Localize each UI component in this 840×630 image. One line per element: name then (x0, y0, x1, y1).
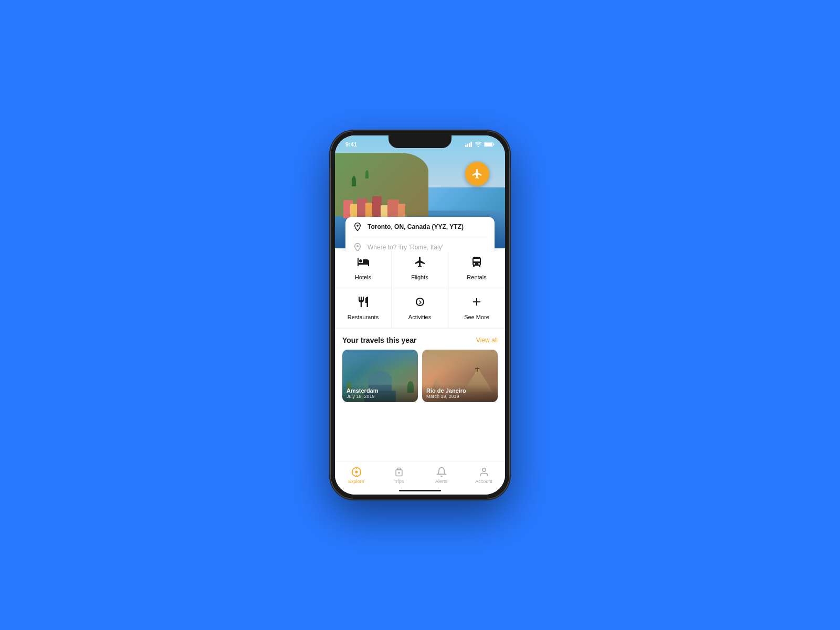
travels-section: Your travels this year View all (335, 329, 505, 402)
flights-icon (414, 256, 426, 271)
home-indicator (399, 490, 441, 491)
airplane-fab[interactable] (465, 162, 489, 186)
hotels-label: Hotels (355, 274, 371, 280)
category-rentals[interactable]: Rentals (448, 248, 505, 288)
nav-trips[interactable]: Trips (386, 467, 412, 484)
svg-rect-3 (471, 142, 472, 147)
location-to-placeholder: Where to? Try 'Rome, Italy' (368, 244, 443, 251)
account-icon (479, 467, 489, 477)
svg-rect-1 (467, 144, 469, 147)
airplane-icon (471, 168, 483, 180)
nav-explore[interactable]: Explore (343, 467, 370, 484)
rio-city: Rio de Janeiro (426, 387, 494, 394)
location-from-icon (353, 222, 362, 232)
restaurants-icon (357, 296, 370, 311)
category-activities[interactable]: Activities (392, 288, 448, 328)
travels-header: Your travels this year View all (342, 336, 498, 344)
svg-rect-0 (465, 145, 467, 147)
see-more-icon (470, 296, 483, 311)
svg-rect-2 (469, 143, 470, 147)
amsterdam-city: Amsterdam (346, 387, 414, 394)
flights-label: Flights (411, 274, 428, 280)
search-from-row[interactable]: Toronto, ON, Canada (YYZ, YTZ) (345, 217, 495, 237)
signal-icon (465, 142, 472, 147)
nav-alerts[interactable]: Alerts (428, 467, 455, 484)
travel-card-amsterdam[interactable]: Amsterdam July 18, 2019 (342, 350, 418, 402)
rentals-icon (470, 256, 483, 271)
alerts-icon (436, 467, 447, 477)
svg-point-7 (356, 225, 359, 227)
hero-section: Toronto, ON, Canada (YYZ, YTZ) Where to?… (335, 135, 505, 251)
rentals-label: Rentals (467, 274, 486, 280)
phone-shell: 9:41 (331, 131, 509, 499)
rio-date: March 19, 2019 (426, 394, 494, 399)
activities-label: Activities (408, 314, 431, 320)
nav-account[interactable]: Account (471, 467, 497, 484)
rio-card-overlay: Rio de Janeiro March 19, 2019 (422, 384, 498, 402)
svg-point-10 (355, 471, 358, 474)
svg-point-8 (356, 245, 359, 247)
search-to-row[interactable]: Where to? Try 'Rome, Italy' (345, 237, 495, 251)
travel-card-rio[interactable]: Rio de Janeiro March 19, 2019 (422, 350, 498, 402)
notch (388, 135, 452, 148)
category-restaurants[interactable]: Restaurants (335, 288, 392, 328)
travels-title: Your travels this year (342, 336, 416, 344)
status-time: 9:41 (345, 141, 357, 148)
hotels-icon (357, 256, 370, 271)
content-area: Hotels Flights (335, 248, 505, 495)
category-hotels[interactable]: Hotels (335, 248, 392, 288)
phone-wrapper: 9:41 (331, 131, 509, 499)
search-card: Toronto, ON, Canada (YYZ, YTZ) Where to?… (345, 217, 495, 251)
explore-icon (351, 467, 362, 477)
amsterdam-card-overlay: Amsterdam July 18, 2019 (342, 384, 418, 402)
svg-rect-5 (494, 144, 495, 145)
alerts-label: Alerts (435, 479, 447, 484)
wifi-icon (475, 142, 482, 147)
category-see-more[interactable]: See More (448, 288, 505, 328)
view-all-button[interactable]: View all (476, 337, 498, 344)
see-more-label: See More (464, 314, 489, 320)
travel-cards: Amsterdam July 18, 2019 (342, 350, 498, 402)
location-from-text: Toronto, ON, Canada (YYZ, YTZ) (368, 223, 464, 230)
category-grid: Hotels Flights (335, 248, 505, 329)
trips-icon (394, 467, 404, 477)
location-to-icon (353, 243, 362, 251)
trips-label: Trips (394, 479, 404, 484)
status-icons (465, 142, 495, 147)
activities-icon (414, 296, 426, 311)
phone-screen: 9:41 (335, 135, 505, 495)
svg-point-18 (482, 468, 486, 472)
svg-rect-6 (485, 143, 492, 146)
account-label: Account (475, 479, 492, 484)
amsterdam-date: July 18, 2019 (346, 394, 414, 399)
restaurants-label: Restaurants (348, 314, 379, 320)
explore-label: Explore (348, 479, 364, 484)
battery-icon (484, 142, 495, 147)
category-flights[interactable]: Flights (392, 248, 448, 288)
